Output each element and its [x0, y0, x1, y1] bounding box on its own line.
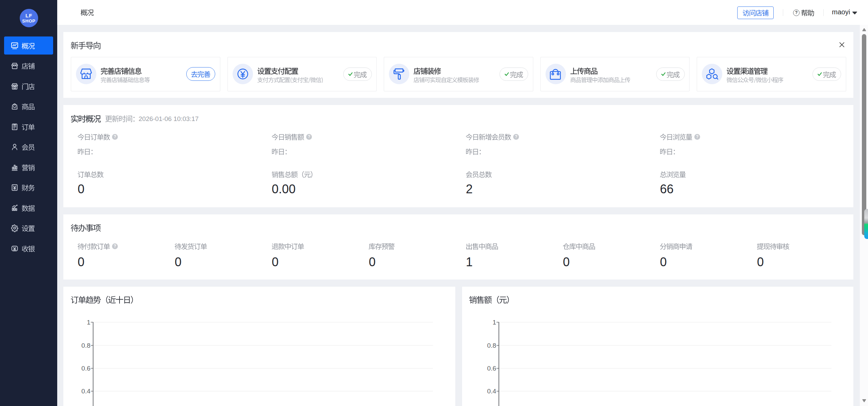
svg-text:0.4: 0.4	[81, 388, 91, 395]
svg-text:0.8: 0.8	[487, 342, 496, 349]
svg-text:0.8: 0.8	[81, 342, 90, 349]
svg-text:0.4: 0.4	[487, 388, 496, 395]
svg-text:1: 1	[87, 319, 91, 326]
svg-text:0.6: 0.6	[81, 365, 90, 372]
svg-text:1: 1	[492, 319, 496, 326]
svg-text:0.6: 0.6	[487, 365, 496, 372]
